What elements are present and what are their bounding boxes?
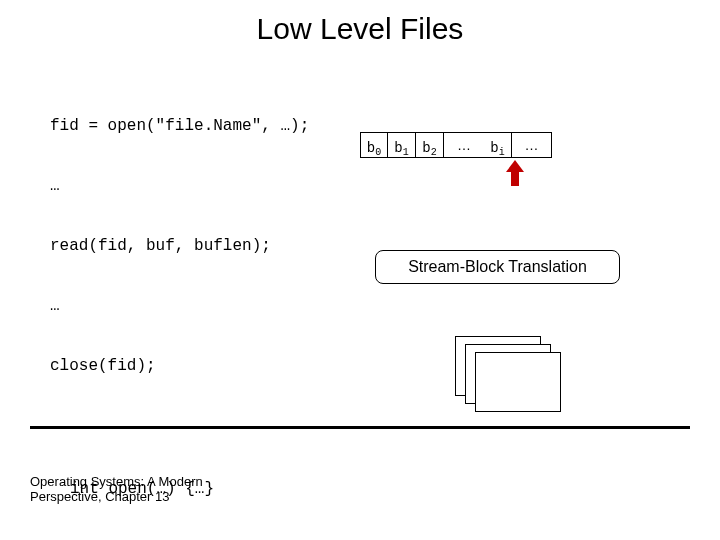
code-line: … (50, 296, 670, 316)
block-b1: b1 (388, 132, 416, 158)
block-ellipsis-end: … (512, 132, 552, 158)
block-stream: b0 b1 b2 … bi … (360, 132, 552, 158)
user-code-block: fid = open("file.Name", …); … read(fid, … (50, 76, 670, 416)
page-title: Low Level Files (0, 12, 720, 46)
footer-citation: Operating Systems: A Modern Perspective,… (30, 474, 203, 505)
code-line: close(fid); (50, 356, 670, 376)
storage-devices-icon (455, 336, 565, 416)
arrow-up-icon (506, 160, 524, 186)
block-b0: b0 (360, 132, 388, 158)
block-bi: bi (484, 132, 512, 158)
block-b2: b2 (416, 132, 444, 158)
stream-block-translation-box: Stream-Block Translation (375, 250, 620, 284)
block-ellipsis: … (444, 132, 484, 158)
code-line: … (50, 176, 670, 196)
footer-line: Perspective, Chapter 13 (30, 489, 203, 505)
footer-line: Operating Systems: A Modern (30, 474, 203, 490)
